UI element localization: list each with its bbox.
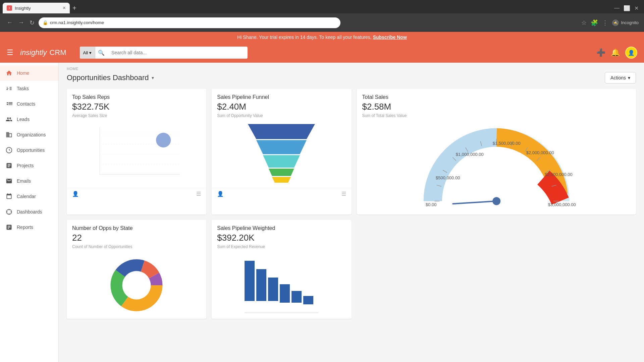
svg-rect-33	[268, 278, 278, 301]
new-tab-button[interactable]: +	[72, 4, 76, 12]
sidebar-item-opportunities[interactable]: Opportunities	[0, 142, 58, 158]
sidebar-item-calendar[interactable]: Calendar	[0, 189, 58, 204]
waterfall-chart	[214, 257, 348, 316]
top-sales-chart	[72, 127, 201, 181]
sidebar-item-home[interactable]: Home	[0, 65, 58, 81]
pipeline-funnel-subtitle: Sum of Opportunity Value	[217, 113, 346, 118]
home-icon	[5, 69, 13, 77]
sidebar-item-tasks[interactable]: Tasks	[0, 81, 58, 96]
sidebar-item-reports[interactable]: Reports	[0, 220, 58, 235]
browser-toolbar: ← → ↻ 🔒 crm.na1.insightly.com/home ☆ 🧩 ⋮…	[0, 13, 644, 32]
svg-rect-34	[280, 284, 290, 303]
svg-rect-31	[245, 261, 255, 301]
pipeline-funnel-value: $2.40M	[217, 102, 346, 112]
close-window-button[interactable]: ✕	[634, 5, 639, 11]
total-sales-subtitle: Sum of Total Sales Value	[362, 113, 631, 118]
pipeline-funnel-footer: 👤 ☰	[212, 188, 351, 200]
bookmark-icon[interactable]: ☆	[581, 19, 587, 26]
search-icon: 🔍	[95, 50, 107, 56]
active-tab[interactable]: I Insightly ×	[3, 3, 70, 13]
funnel-chart	[245, 124, 318, 183]
actions-button[interactable]: Actions ▾	[605, 72, 636, 83]
browser-tabs: I Insightly × + — ⬜ ✕	[0, 0, 644, 13]
browser-settings-icon[interactable]: ⋮	[602, 19, 608, 26]
app-logo: insightly CRM	[20, 48, 66, 57]
gauge-label-500k: $500,000.00	[436, 175, 460, 180]
sidebar-label-organizations: Organizations	[17, 132, 46, 137]
sidebar-item-emails[interactable]: Emails	[0, 173, 58, 189]
svg-marker-8	[256, 140, 307, 154]
maximize-button[interactable]: ⬜	[624, 5, 630, 11]
gauge-label-3m: $3,000,000.00	[548, 202, 576, 207]
subscribe-link[interactable]: Subscribe Now	[373, 35, 407, 40]
total-sales-card: Total Sales $2.58M Sum of Total Sales Va…	[357, 89, 636, 215]
forward-button[interactable]: →	[17, 18, 25, 27]
gauge-label-1-5m: $1,500,000.00	[492, 141, 520, 146]
search-input[interactable]	[107, 50, 248, 55]
pipeline-funnel-body	[212, 121, 351, 188]
funnel-person-icon: 👤	[217, 191, 224, 197]
funnel-list-icon: ☰	[341, 191, 346, 197]
minimize-button[interactable]: —	[614, 5, 620, 11]
actions-chevron-icon: ▾	[628, 75, 630, 80]
sidebar-label-dashboards: Dashboards	[17, 209, 42, 215]
svg-point-30	[123, 272, 150, 299]
top-sales-reps-subtitle: Average Sales Size	[72, 113, 201, 118]
reports-icon	[5, 224, 13, 231]
hamburger-menu-button[interactable]: ☰	[7, 48, 13, 57]
gauge-label-0: $0.00	[425, 202, 436, 207]
top-sales-reps-card: Top Sales Reps $322.75K Average Sales Si…	[67, 89, 206, 215]
extensions-icon[interactable]: 🧩	[591, 19, 598, 26]
logo-crm: CRM	[49, 48, 66, 57]
total-sales-header: Total Sales $2.58M Sum of Total Sales Va…	[357, 89, 636, 121]
pipeline-weighted-title: Sales Pipeline Weighted	[217, 225, 346, 231]
sidebar-label-emails: Emails	[17, 178, 31, 184]
tab-close-button[interactable]: ×	[63, 5, 66, 11]
incognito-label: Incognito	[621, 20, 639, 25]
list-icon: ☰	[196, 191, 201, 197]
breadcrumb-area: HOME	[59, 63, 644, 71]
gauge-label-1m: $1,000,000.00	[455, 152, 483, 157]
sidebar-item-organizations[interactable]: Organizations	[0, 127, 58, 142]
search-bar: All ▾ 🔍	[80, 47, 248, 59]
address-bar[interactable]: 🔒 crm.na1.insightly.com/home	[39, 17, 340, 28]
sidebar-item-dashboards[interactable]: Dashboards	[0, 204, 58, 220]
search-filter-dropdown[interactable]: All ▾	[80, 47, 95, 59]
svg-rect-35	[291, 291, 302, 303]
total-sales-value: $2.58M	[362, 102, 631, 112]
actions-label: Actions	[610, 75, 626, 80]
app-header: ☰ insightly CRM All ▾ 🔍 ➕ 🔔 👤	[0, 43, 644, 63]
sidebar-item-contacts[interactable]: Contacts	[0, 96, 58, 112]
bubble-chart-point	[156, 133, 171, 147]
page-title-area: Opportunities Dashboard ▾	[67, 73, 154, 82]
sidebar-item-projects[interactable]: Projects	[0, 158, 58, 173]
sidebar: Home Tasks Contacts Leads Organizations	[0, 63, 59, 362]
back-button[interactable]: ←	[5, 18, 14, 27]
svg-marker-7	[248, 124, 315, 139]
emails-icon	[5, 177, 13, 185]
breadcrumb: HOME	[67, 67, 636, 71]
user-avatar[interactable]: 👤	[625, 47, 637, 59]
contacts-icon	[5, 100, 13, 108]
app-body: Home Tasks Contacts Leads Organizations	[0, 63, 644, 362]
page-title-dropdown[interactable]: ▾	[152, 75, 154, 80]
svg-rect-32	[256, 269, 266, 301]
sidebar-item-leads[interactable]: Leads	[0, 112, 58, 127]
gauge-needle	[453, 201, 496, 204]
notifications-bell-icon[interactable]: 🔔	[611, 48, 620, 57]
top-sales-reps-body	[67, 121, 206, 188]
page-header: Opportunities Dashboard ▾ Actions ▾	[59, 71, 644, 89]
add-button[interactable]: ➕	[596, 48, 605, 57]
url-text: crm.na1.insightly.com/home	[50, 20, 104, 25]
opportunities-icon	[5, 146, 13, 154]
tab-title: Insightly	[15, 6, 31, 11]
gauge-label-2-5m: $2,500,000.00	[544, 172, 572, 177]
svg-rect-36	[303, 296, 313, 304]
search-filter-label: All	[83, 50, 88, 55]
pipeline-weighted-card: Sales Pipeline Weighted $392.20K Sum of …	[212, 220, 351, 319]
page-title: Opportunities Dashboard	[67, 73, 149, 82]
opps-by-state-title: Number of Opps by State	[72, 225, 201, 231]
top-sales-reps-footer: 👤 ☰	[67, 188, 206, 200]
reload-button[interactable]: ↻	[28, 18, 36, 28]
opps-by-state-value: 22	[72, 233, 201, 243]
